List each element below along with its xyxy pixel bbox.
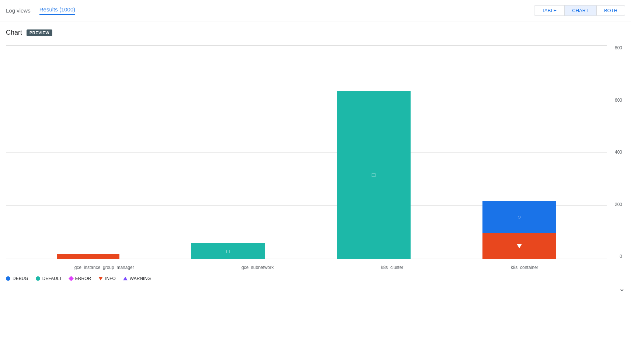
view-buttons-group: TABLE CHART BOTH [534,5,625,16]
chevron-up-down-icon[interactable]: ⌄ [619,284,625,293]
legend-item-info: INFO [98,276,116,281]
bar-segment-info-igm[interactable] [57,254,119,259]
bars-area: □ □ [6,45,607,259]
y-label-600: 600 [615,98,622,103]
y-axis: 800 600 400 200 0 [607,45,625,270]
bar-group-gce-igm [57,254,119,259]
x-label-gce-subnetwork: gce_subnetwork [241,263,273,270]
bar-stack-k8s-cluster: □ [337,91,411,259]
bar-group-gce-subnetwork: □ [191,243,265,259]
log-views-label[interactable]: Log views [6,7,31,14]
x-labels: gce_instance_group_manager gce_subnetwor… [6,263,607,270]
legend-item-debug: DEBUG [6,276,28,281]
legend-triangle-warning [123,277,128,280]
legend-item-error: ERROR [69,276,91,281]
preview-badge: PREVIEW [27,29,52,36]
chart-view-button[interactable]: CHART [564,5,596,16]
legend-label-default: DEFAULT [42,276,62,281]
legend-label-debug: DEBUG [13,276,28,281]
legend-label-warning: WARNING [130,276,151,281]
main-content: Chart PREVIEW [0,21,631,300]
chart-title: Chart [6,29,22,36]
y-label-0: 0 [620,254,622,259]
bar-stack-gce-subnetwork: □ [191,243,265,259]
square-icon-subnetwork: □ [226,248,229,254]
y-label-200: 200 [615,202,622,207]
chart-area: □ □ [6,45,625,281]
x-label-k8s-container: k8s_container [511,263,538,270]
both-view-button[interactable]: BOTH [596,5,625,16]
triangle-down-icon-container [517,244,522,248]
chart-header: Chart PREVIEW [6,29,625,36]
x-label-gce-igm: gce_instance_group_manager [74,263,134,270]
legend-label-error: ERROR [75,276,91,281]
legend-dot-debug [6,276,10,281]
y-label-400: 400 [615,150,622,155]
bar-stack-gce-igm [57,254,119,259]
bar-segment-default-cluster[interactable]: □ [337,91,411,259]
chart-canvas: □ □ [6,45,607,270]
table-view-button[interactable]: TABLE [534,5,564,16]
bar-segment-debug-container[interactable]: ○ [482,201,556,233]
legend-item-default: DEFAULT [36,276,62,281]
legend: DEBUG DEFAULT ERROR INFO WARNING [6,270,625,281]
y-label-800: 800 [615,45,622,50]
bar-stack-k8s-container: ○ [482,201,556,259]
svg-marker-0 [517,244,522,248]
square-icon-cluster: □ [372,172,376,178]
scroll-chevron[interactable]: ⌄ [6,284,625,293]
legend-item-warning: WARNING [123,276,151,281]
bar-group-k8s-cluster: □ [337,91,411,259]
legend-label-info: INFO [105,276,116,281]
bar-segment-info-container[interactable] [482,233,556,259]
chart-with-yaxis: □ □ [6,45,625,270]
top-bar: Log views Results (1000) TABLE CHART BOT… [0,0,631,21]
results-tab[interactable]: Results (1000) [39,6,76,15]
legend-dot-default [36,276,40,281]
bar-segment-default-subnetwork[interactable]: □ [191,243,265,259]
legend-diamond-error [69,276,74,281]
x-label-k8s-cluster: k8s_cluster [381,263,404,270]
bar-group-k8s-container: ○ [482,201,556,259]
circle-icon-container: ○ [517,214,521,220]
legend-triangle-info [98,277,103,280]
